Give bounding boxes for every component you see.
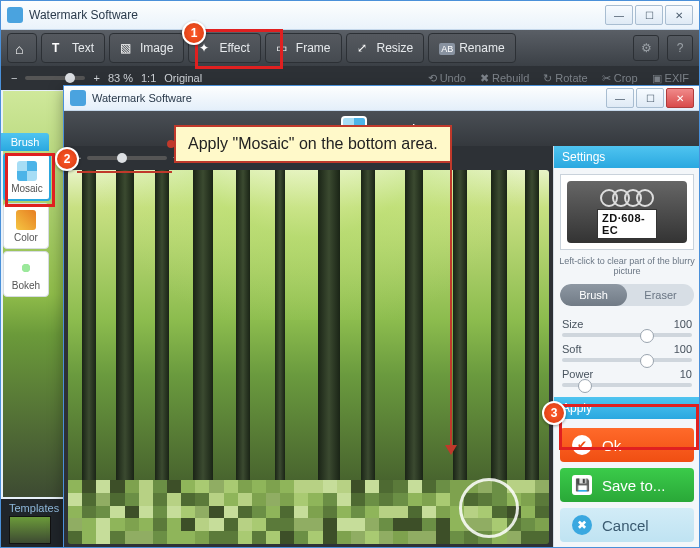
- callout-connector-left: [77, 171, 172, 173]
- dialog-zoom-slider[interactable]: [87, 156, 167, 160]
- text-label: Text: [72, 41, 94, 55]
- undo-button[interactable]: ⟲ Undo: [428, 72, 466, 85]
- text-button[interactable]: Text: [41, 33, 105, 63]
- soft-value: 100: [674, 343, 692, 355]
- crop-button[interactable]: ✂ Crop: [602, 72, 638, 85]
- soft-thumb[interactable]: [640, 354, 654, 368]
- rename-label: Rename: [459, 41, 504, 55]
- settings-panel: Settings ZD·608-EC Left-click to clear p…: [553, 146, 700, 548]
- exif-button[interactable]: ▣ EXIF: [652, 72, 689, 85]
- rename-icon: [439, 41, 453, 55]
- brush-cursor: [459, 478, 519, 538]
- apply-header: Apply: [554, 397, 700, 419]
- dialog-maximize-button[interactable]: ☐: [636, 88, 664, 108]
- annotation-marker-3: 3: [542, 401, 566, 425]
- ok-label: Ok: [602, 437, 621, 454]
- preview-car: ZD·608-EC: [567, 181, 687, 243]
- outer-window: Watermark Software — ☐ ✕ Text Image Effe…: [0, 0, 700, 548]
- frame-button[interactable]: Frame: [265, 33, 342, 63]
- resize-button[interactable]: Resize: [346, 33, 425, 63]
- zoom-original[interactable]: Original: [164, 72, 202, 84]
- cancel-icon: ✖: [572, 515, 592, 535]
- brush-bokeh[interactable]: Bokeh: [3, 251, 49, 297]
- mosaic-icon: [17, 161, 37, 181]
- dialog-minimize-button[interactable]: —: [606, 88, 634, 108]
- size-label: Size: [562, 318, 583, 330]
- annotation-marker-2: 2: [55, 147, 79, 171]
- settings-gear-button[interactable]: ⚙: [633, 35, 659, 61]
- dialog-close-button[interactable]: ✕: [666, 88, 694, 108]
- brush-bokeh-label: Bokeh: [12, 280, 40, 291]
- rotate-button[interactable]: ↻ Rotate: [543, 72, 587, 85]
- resize-label: Resize: [377, 41, 414, 55]
- brush-mosaic-label: Mosaic: [11, 183, 43, 194]
- text-icon: [52, 41, 66, 55]
- zoom-in-button[interactable]: +: [93, 72, 99, 84]
- ok-button[interactable]: ✔Ok: [560, 428, 694, 462]
- power-label: Power: [562, 368, 593, 380]
- preview-plate: ZD·608-EC: [597, 209, 657, 239]
- outer-maximize-button[interactable]: ☐: [635, 5, 663, 25]
- outer-title: Watermark Software: [29, 8, 605, 22]
- dialog-app-icon: [70, 90, 86, 106]
- image-button[interactable]: Image: [109, 33, 184, 63]
- dialog-zoom-thumb[interactable]: [117, 153, 127, 163]
- effect-icon: [199, 41, 213, 55]
- home-button[interactable]: [7, 33, 37, 63]
- dialog-canvas-area: − +: [64, 146, 553, 548]
- brush-color-label: Color: [14, 232, 38, 243]
- sliders: Size100 Soft100 Power10: [554, 310, 700, 389]
- save-to-button[interactable]: 💾Save to...: [560, 468, 694, 502]
- outer-minimize-button[interactable]: —: [605, 5, 633, 25]
- size-slider[interactable]: [562, 333, 692, 337]
- template-thumbnail[interactable]: [9, 516, 51, 544]
- bokeh-icon: [16, 258, 36, 278]
- save-icon: 💾: [572, 475, 592, 495]
- power-thumb[interactable]: [578, 379, 592, 393]
- brush-mosaic[interactable]: Mosaic: [3, 153, 51, 201]
- zoom-fit[interactable]: 1:1: [141, 72, 156, 84]
- dialog-titlebar: Watermark Software — ☐ ✕: [64, 86, 700, 111]
- callout-arrowhead: [445, 445, 457, 455]
- power-value: 10: [680, 368, 692, 380]
- color-icon: [16, 210, 36, 230]
- brush-color[interactable]: Color: [3, 203, 49, 249]
- seg-brush[interactable]: Brush: [560, 284, 627, 306]
- settings-preview: ZD·608-EC: [560, 174, 694, 250]
- annotation-marker-1: 1: [182, 21, 206, 45]
- outer-close-button[interactable]: ✕: [665, 5, 693, 25]
- cancel-button[interactable]: ✖Cancel: [560, 508, 694, 542]
- check-icon: ✔: [572, 435, 592, 455]
- zoom-slider[interactable]: [25, 76, 85, 80]
- dialog-title: Watermark Software: [92, 92, 606, 104]
- effect-label: Effect: [219, 41, 249, 55]
- brush-header: Brush: [1, 133, 49, 151]
- audi-rings-icon: [603, 189, 651, 207]
- resize-icon: [357, 41, 371, 55]
- settings-hint: Left-click to clear part of the blurry p…: [554, 256, 700, 280]
- soft-slider[interactable]: [562, 358, 692, 362]
- power-slider[interactable]: [562, 383, 692, 387]
- main-ribbon: Text Image Effect Frame Resize Rename ⚙ …: [1, 30, 699, 66]
- rebuild-button[interactable]: ✖ Rebuild: [480, 72, 529, 85]
- zoom-value: 83 %: [108, 72, 133, 84]
- brush-panel: Brush Mosaic Color Bokeh: [1, 133, 49, 299]
- size-thumb[interactable]: [640, 329, 654, 343]
- zoom-thumb[interactable]: [65, 73, 75, 83]
- cancel-label: Cancel: [602, 517, 649, 534]
- rename-button[interactable]: Rename: [428, 33, 515, 63]
- home-icon: [15, 41, 29, 55]
- zoom-out-button[interactable]: −: [11, 72, 17, 84]
- settings-header: Settings: [554, 146, 700, 168]
- brush-eraser-toggle[interactable]: Brush Eraser: [560, 284, 694, 306]
- size-value: 100: [674, 318, 692, 330]
- outer-titlebar: Watermark Software — ☐ ✕: [1, 1, 699, 30]
- templates-label: Templates: [9, 502, 59, 514]
- soft-label: Soft: [562, 343, 582, 355]
- app-icon: [7, 7, 23, 23]
- annotation-callout: Apply "Mosaic" on the bottom area.: [174, 125, 452, 163]
- frame-icon: [276, 41, 290, 55]
- dialog-canvas[interactable]: [68, 170, 549, 544]
- seg-eraser[interactable]: Eraser: [627, 284, 694, 306]
- help-button[interactable]: ?: [667, 35, 693, 61]
